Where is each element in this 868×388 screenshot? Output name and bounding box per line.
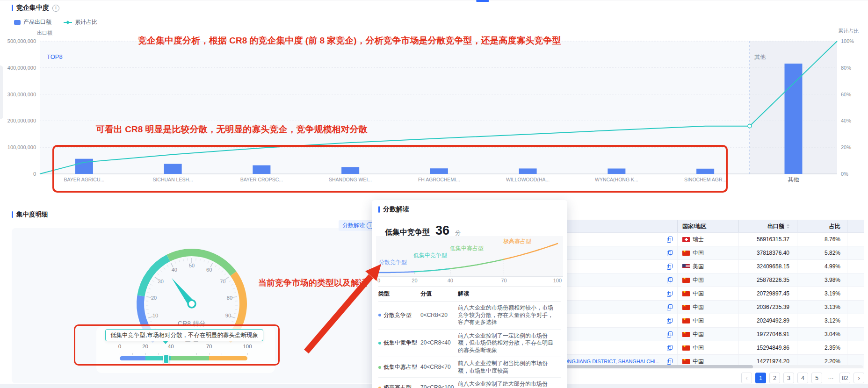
copy-icon[interactable] bbox=[667, 237, 673, 243]
score-curve-chart: 分散竞争型低集中竞争型低集中寡占型极高寡占型0204070100 bbox=[376, 236, 563, 284]
popup-header: 分数解读 bbox=[372, 200, 567, 219]
country-name: 美国 bbox=[693, 263, 704, 271]
category-name: 极高寡占型 bbox=[383, 384, 412, 388]
score-interpretation-table: 类型分值解读分散竞争型0<CR8<20前八大企业的市场份额相对较小，市场竞争较为… bbox=[378, 286, 561, 388]
annotation-rect-slider bbox=[74, 324, 280, 366]
pagination-page-button[interactable]: 3 bbox=[783, 373, 794, 383]
svg-text:40: 40 bbox=[172, 267, 177, 273]
country-name: 中国 bbox=[693, 290, 704, 298]
country-name: 中国 bbox=[693, 276, 704, 284]
svg-text:低集中竞争型: 低集中竞争型 bbox=[413, 252, 447, 259]
svg-text:20: 20 bbox=[412, 278, 417, 283]
pagination-page-button[interactable]: 2 bbox=[769, 373, 780, 383]
section-title: 集中度明细 bbox=[16, 210, 48, 219]
country-flag-icon bbox=[682, 278, 690, 283]
column-header-share: 占比 bbox=[829, 223, 840, 230]
share-value: 5.82% bbox=[797, 246, 847, 259]
horizontal-scrollbar[interactable] bbox=[517, 365, 863, 368]
export-value: 56916315.37 bbox=[739, 233, 797, 246]
pagination-page-button[interactable]: 4 bbox=[797, 373, 808, 383]
svg-text:70: 70 bbox=[501, 278, 506, 283]
share-value: 3.13% bbox=[797, 301, 847, 314]
svg-text:400,000,000: 400,000,000 bbox=[7, 65, 36, 71]
country-flag-icon bbox=[682, 291, 690, 296]
share-value: 2.35% bbox=[797, 341, 847, 354]
pagination-page-button[interactable]: 5 bbox=[811, 373, 822, 383]
svg-text:TOP8: TOP8 bbox=[47, 53, 63, 60]
popup-table-row: 低集中寡占型40<CR8<70前八大企业控制了相当比例的市场份额，市场集中度较高 bbox=[378, 357, 561, 378]
annotation-rect-bars bbox=[52, 145, 728, 193]
export-value: 32409658.15 bbox=[739, 260, 797, 273]
column-header-country: 国家/地区 bbox=[682, 223, 706, 230]
copy-icon[interactable] bbox=[667, 304, 673, 310]
country-name: 瑞士 bbox=[693, 236, 704, 244]
copy-icon[interactable] bbox=[667, 345, 673, 351]
annotation-top: 竞企集中度分析，根据 CR8 的竞企集中度 (前 8 家竞企)，分析竞争市场是分… bbox=[138, 35, 561, 47]
svg-text:90: 90 bbox=[225, 313, 231, 318]
svg-text:0%: 0% bbox=[841, 171, 848, 177]
svg-text:100%: 100% bbox=[841, 38, 854, 44]
country-flag-icon bbox=[682, 264, 690, 269]
annotation-arrow bbox=[281, 252, 402, 365]
share-value: 3.12% bbox=[797, 314, 847, 327]
country-flag-icon bbox=[682, 359, 690, 364]
popup-table-row: 分散竞争型0<CR8<20前八大企业的市场份额相对较小，市场竞争较为分散，存在大… bbox=[378, 302, 561, 330]
country-flag-icon bbox=[682, 318, 690, 323]
svg-text:20: 20 bbox=[151, 295, 157, 301]
section-accent-bar bbox=[12, 211, 13, 218]
category-description: 前八大企业的市场份额相对较小，市场竞争较为分散，存在大量的竞争对手，客户有更多选… bbox=[458, 304, 561, 326]
svg-text:40%: 40% bbox=[841, 118, 851, 123]
score-range: 0<CR8<20 bbox=[420, 312, 458, 319]
svg-text:极高寡占型: 极高寡占型 bbox=[503, 238, 531, 244]
export-value: 20367235.39 bbox=[739, 301, 797, 314]
svg-text:70: 70 bbox=[220, 279, 225, 284]
copy-icon[interactable] bbox=[667, 291, 673, 297]
share-value: 3.98% bbox=[797, 273, 847, 287]
popup-title: 分数解读 bbox=[383, 205, 409, 214]
category-description: 前八大企业控制了绝大部分的市场份额，市场呈现出明显的寡头垄断特征 bbox=[458, 381, 561, 388]
category-name: 低集中寡占型 bbox=[383, 364, 417, 371]
copy-icon[interactable] bbox=[667, 359, 673, 365]
svg-text:60: 60 bbox=[206, 267, 212, 273]
category-dot-icon bbox=[378, 387, 381, 388]
pagination-ellipsis: ··· bbox=[825, 373, 836, 383]
copy-icon[interactable] bbox=[667, 250, 673, 256]
svg-text:50: 50 bbox=[189, 263, 195, 268]
category-description: 前八大企业控制了一定比例的市场份额，但市场仍然相对分散，不存在明显的寡头垄断现象 bbox=[458, 332, 561, 354]
copy-icon[interactable] bbox=[667, 264, 673, 270]
share-value: 4.99% bbox=[797, 260, 847, 273]
country-flag-icon bbox=[682, 237, 690, 242]
svg-text:10: 10 bbox=[152, 313, 158, 318]
sort-icon[interactable] bbox=[787, 224, 789, 229]
export-value: 25878226.35 bbox=[739, 273, 797, 287]
copy-icon[interactable] bbox=[667, 331, 673, 338]
svg-text:0: 0 bbox=[33, 171, 36, 177]
svg-text:累计占比: 累计占比 bbox=[838, 28, 859, 34]
score-link-label: 分数解读 bbox=[342, 222, 365, 230]
section-header-detail: 集中度明细 bbox=[12, 210, 48, 219]
country-name: 中国 bbox=[693, 317, 704, 325]
svg-text:80: 80 bbox=[227, 295, 232, 301]
popup-table-row: 低集中竞争型20<CR8<40前八大企业控制了一定比例的市场份额，但市场仍然相对… bbox=[378, 330, 561, 358]
export-value: 19727046.91 bbox=[739, 328, 797, 341]
share-value: 3.19% bbox=[797, 287, 847, 300]
pagination-next-button[interactable]: › bbox=[854, 373, 864, 383]
export-value: 20729897.45 bbox=[739, 287, 797, 300]
svg-text:500,000,000: 500,000,000 bbox=[7, 38, 36, 44]
section-accent-bar bbox=[378, 206, 380, 213]
copy-icon[interactable] bbox=[667, 318, 673, 324]
svg-text:60%: 60% bbox=[841, 92, 851, 97]
country-name: 中国 bbox=[693, 331, 704, 338]
pagination-page-button[interactable]: 1 bbox=[755, 373, 766, 383]
export-value: 37818376.40 bbox=[739, 246, 797, 259]
svg-text:300,000,000: 300,000,000 bbox=[7, 92, 36, 97]
pagination-page-button[interactable]: 82 bbox=[839, 373, 850, 383]
svg-text:40: 40 bbox=[448, 278, 453, 283]
svg-text:其他: 其他 bbox=[788, 176, 800, 183]
svg-text:出口额: 出口额 bbox=[37, 30, 52, 36]
svg-text:其他: 其他 bbox=[754, 54, 766, 60]
annotation-mid: 可看出 CR8 明显是比较分散，无明显的寡头竞企，竞争规模相对分散 bbox=[96, 123, 368, 136]
pagination-prev-button[interactable]: ‹ bbox=[741, 373, 752, 383]
column-header-export: 出口额 bbox=[767, 223, 784, 230]
copy-icon[interactable] bbox=[667, 277, 673, 283]
